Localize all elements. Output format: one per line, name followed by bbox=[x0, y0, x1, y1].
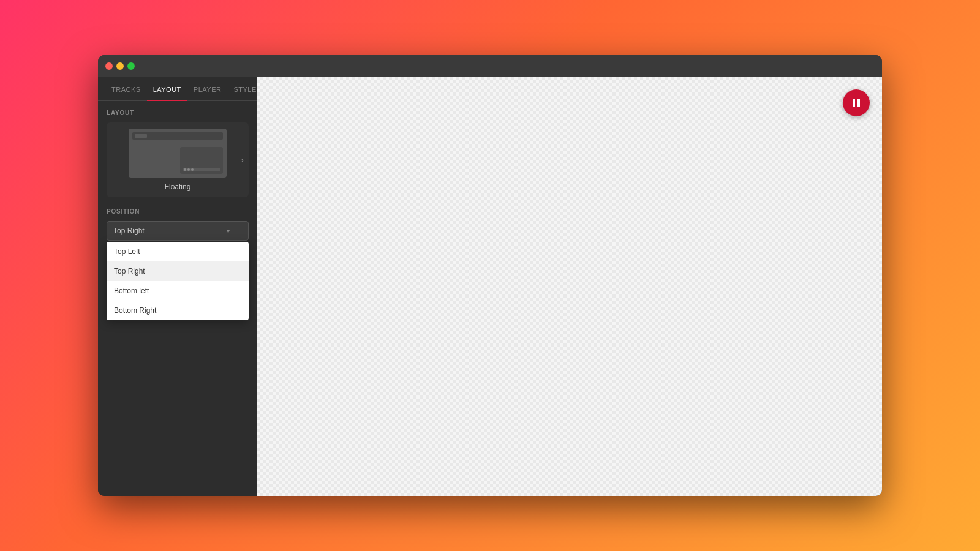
maximize-button[interactable] bbox=[127, 62, 135, 70]
dropdown-item-bottom-left[interactable]: Bottom left bbox=[107, 281, 249, 301]
tab-layout[interactable]: LAYOUT bbox=[147, 77, 187, 100]
tab-player[interactable]: PLAYER bbox=[187, 77, 228, 100]
layout-preview: Floating bbox=[129, 129, 227, 191]
pause-bar-left bbox=[853, 99, 855, 107]
pause-icon bbox=[853, 99, 860, 107]
dropdown-arrow-icon: ▾ bbox=[227, 228, 230, 234]
position-select-wrapper: Top Right ▾ Top Left Top Right bbox=[107, 221, 249, 241]
layout-carousel: Floating › bbox=[107, 122, 249, 197]
position-select[interactable]: Top Right ▾ bbox=[107, 221, 249, 241]
position-section: POSITION Top Right ▾ Top Left bbox=[107, 208, 249, 241]
pause-bar-right bbox=[858, 99, 860, 107]
sidebar-content: LAYOUT bbox=[98, 101, 257, 496]
position-section-label: POSITION bbox=[107, 208, 249, 215]
preview-area bbox=[257, 77, 882, 496]
layout-name-label: Floating bbox=[129, 182, 227, 191]
dropdown-item-bottom-right[interactable]: Bottom Right bbox=[107, 301, 249, 320]
position-dropdown-menu: Top Left Top Right Bottom left Bottom Ri… bbox=[107, 242, 249, 320]
carousel-next-arrow[interactable]: › bbox=[241, 155, 244, 165]
tabs-nav: TRACKS LAYOUT PLAYER STYLE bbox=[98, 77, 257, 101]
title-bar bbox=[98, 55, 882, 77]
tab-style[interactable]: STYLE bbox=[227, 77, 257, 100]
dropdown-item-top-right[interactable]: Top Right bbox=[107, 261, 249, 281]
position-selected-value: Top Right bbox=[113, 227, 145, 235]
minimize-button[interactable] bbox=[116, 62, 124, 70]
traffic-lights bbox=[105, 62, 135, 70]
app-window: TRACKS LAYOUT PLAYER STYLE LAYOUT bbox=[98, 55, 882, 496]
layout-preview-box bbox=[129, 129, 227, 178]
dropdown-item-top-left[interactable]: Top Left bbox=[107, 242, 249, 261]
pause-button[interactable] bbox=[843, 89, 870, 116]
layout-section-label: LAYOUT bbox=[107, 110, 249, 116]
tab-tracks[interactable]: TRACKS bbox=[105, 77, 147, 100]
main-content: TRACKS LAYOUT PLAYER STYLE LAYOUT bbox=[98, 77, 882, 496]
sidebar: TRACKS LAYOUT PLAYER STYLE LAYOUT bbox=[98, 77, 257, 496]
close-button[interactable] bbox=[105, 62, 113, 70]
